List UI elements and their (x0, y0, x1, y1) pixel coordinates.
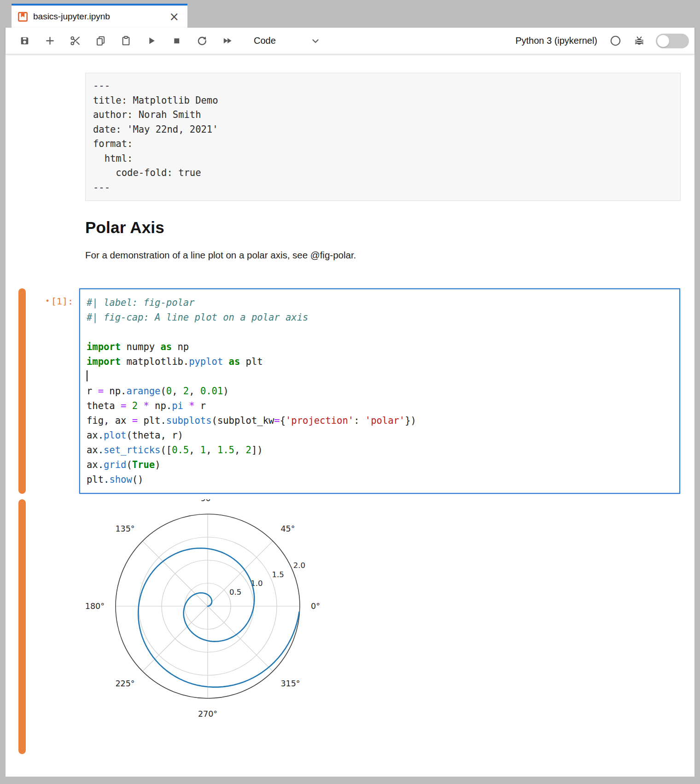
code-line: fig, ax = plt.subplots(subplot_kw={'proj… (87, 413, 673, 428)
kernel-status-icon (610, 35, 621, 47)
tab-bar: basics-jupyter.ipynb × (6, 4, 694, 28)
execution-bullet: • (45, 297, 50, 305)
markdown-heading: Polar Axis (85, 218, 681, 237)
scissors-icon (70, 35, 81, 47)
raw-frontmatter-cell[interactable]: --- title: Matplotlib Demo author: Norah… (85, 73, 681, 201)
notebook-tab[interactable]: basics-jupyter.ipynb × (12, 4, 187, 28)
execution-count: •[1]: (26, 288, 79, 494)
jupyterlab-window: basics-jupyter.ipynb × (6, 4, 694, 777)
code-line: import matplotlib.pyplot as plt (87, 354, 673, 369)
simple-interface-toggle[interactable] (656, 34, 689, 48)
text-cursor (87, 370, 88, 381)
theta-tick-label: 45° (280, 524, 295, 533)
code-line (87, 369, 673, 384)
code-line: r = np.arange(0, 2, 0.01) (87, 384, 673, 398)
output-cell-row: 0°45°90°135°180°225°270°315°0.51.01.52.0 (6, 499, 694, 754)
paste-cells-button[interactable] (120, 35, 132, 47)
chevron-down-icon (310, 35, 321, 47)
paste-icon (120, 35, 132, 47)
r-tick-label: 2.0 (293, 561, 305, 570)
polar-plot-figure: 0°45°90°135°180°225°270°315°0.51.01.52.0 (72, 499, 344, 720)
run-cell-button[interactable] (145, 35, 157, 47)
theta-tick-label: 0° (311, 602, 320, 611)
theta-tick-label: 90° (200, 499, 215, 503)
insert-cell-button[interactable] (44, 35, 56, 47)
code-cell-row: •[1]: #| label: fig-polar#| fig-cap: A l… (6, 288, 694, 494)
code-line (87, 325, 673, 339)
theta-tick-label: 315° (280, 679, 300, 688)
code-line: ax.grid(True) (87, 457, 673, 472)
r-tick-label: 1.5 (272, 570, 284, 579)
output-collapser-bar[interactable] (18, 499, 26, 754)
interrupt-kernel-button[interactable] (170, 35, 182, 47)
fast-forward-icon (222, 35, 233, 47)
r-tick-label: 0.5 (229, 588, 241, 597)
copy-icon (95, 35, 106, 47)
toggle-knob (657, 35, 669, 47)
kernel-name[interactable]: Python 3 (ipykernel) (515, 35, 597, 46)
input-collapser-bar[interactable] (18, 288, 26, 494)
plus-icon (44, 35, 56, 47)
save-button[interactable] (18, 35, 30, 47)
code-line: #| label: fig-polar (87, 295, 673, 310)
copy-cells-button[interactable] (94, 35, 106, 47)
notebook-toolbar: Code Python 3 (ipykernel) (6, 28, 694, 54)
code-line: import numpy as np (87, 339, 673, 354)
execution-label: [1]: (51, 296, 73, 307)
bug-icon[interactable] (633, 35, 645, 47)
theta-tick-label: 135° (115, 524, 134, 533)
restart-icon (196, 35, 208, 47)
code-line: ax.set_rticks([0.5, 1, 1.5, 2]) (87, 443, 673, 457)
code-editor[interactable]: #| label: fig-polar#| fig-cap: A line pl… (79, 288, 680, 494)
code-line: theta = 2 * np.pi * r (87, 398, 673, 413)
save-icon (19, 35, 30, 47)
code-line: ax.plot(theta, r) (87, 428, 673, 443)
markdown-paragraph: For a demonstration of a line plot on a … (85, 250, 681, 261)
output-area: 0°45°90°135°180°225°270°315°0.51.01.52.0 (26, 499, 694, 754)
close-icon[interactable]: × (167, 11, 181, 23)
theta-tick-label: 225° (115, 679, 134, 688)
toolbar-right-group: Python 3 (ipykernel) (515, 34, 689, 48)
cut-cells-button[interactable] (69, 35, 81, 47)
tab-title: basics-jupyter.ipynb (33, 12, 167, 22)
cell-type-value: Code (254, 35, 276, 46)
cell-type-select[interactable]: Code (254, 35, 321, 47)
theta-tick-label: 180° (85, 602, 105, 611)
code-line: #| fig-cap: A line plot on a polar axis (87, 310, 673, 325)
run-icon (146, 35, 157, 47)
notebook-file-icon (17, 11, 29, 23)
code-line: plt.show() (87, 472, 673, 487)
notebook-content: --- title: Matplotlib Demo author: Norah… (6, 54, 694, 777)
restart-kernel-button[interactable] (196, 35, 208, 47)
stop-icon (171, 35, 182, 47)
theta-tick-label: 270° (198, 709, 217, 719)
run-all-cells-button[interactable] (221, 35, 233, 47)
